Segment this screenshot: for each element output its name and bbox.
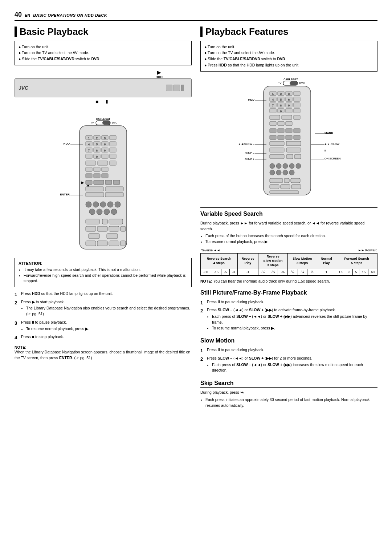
svg-rect-118 [294,103,300,107]
svg-rect-35 [110,154,116,158]
svg-point-56 [93,202,99,207]
speed-val-16: 15 [359,269,368,276]
svg-rect-142 [270,154,284,159]
svg-rect-104 [294,91,300,96]
svg-rect-42 [86,174,92,178]
svg-rect-30 [110,148,116,152]
device-body: JVC [15,78,192,97]
svg-point-151 [276,170,281,175]
left-column: Basic Playback ● Turn on the unit. ● Tur… [15,27,192,413]
svg-rect-124 [270,115,280,119]
svg-rect-81 [290,81,298,85]
svg-rect-111 [294,97,300,101]
attention-item-2: Forward/reverse high-speed search and ot… [24,273,188,284]
svg-text:MARK: MARK [324,131,333,135]
slow-step-1: 1 Press II to pause during playback. [200,347,377,355]
slow-step-2-bullets: Each press of SLOW – (◄◄) or SLOW + (▶▶)… [212,362,377,374]
right-prereq-box: ● Turn on the unit. ● Turn on the TV and… [200,41,377,72]
speed-val-5: -1 [237,269,258,276]
svg-rect-39 [86,167,92,171]
svg-rect-141 [286,148,301,152]
speed-val-14: 3 [346,269,352,276]
svg-rect-138 [270,141,284,146]
speed-val-4: -3 [229,269,237,276]
speed-val-17: 60 [368,269,377,276]
speed-val-11: ½ [307,269,317,276]
attention-list: It may take a few seconds to start playb… [19,267,188,284]
svg-rect-156 [291,178,300,183]
svg-text:4: 4 [88,143,90,146]
svg-text:3: 3 [104,137,106,139]
svg-rect-75 [109,241,119,246]
svg-rect-41 [102,167,108,171]
svg-text:DVD: DVD [299,82,305,84]
svg-rect-53 [86,193,104,197]
svg-text:6: 6 [104,143,106,146]
still-step-2-body: Press SLOW – (◄◄) or SLOW + (▶▶) to acti… [207,307,377,332]
svg-rect-133 [294,129,300,133]
svg-rect-132 [286,129,292,133]
svg-rect-46 [94,180,104,185]
left-remote-diagram: CABLE/SAT TV DVD HDD ENTER [15,116,192,254]
step-3-body: Press II to pause playback. To resume no… [21,320,192,333]
svg-rect-44 [102,174,108,178]
prereq-item-3: ● Slide the TV/CABLE/SAT/DVD switch to D… [19,56,188,62]
svg-rect-76 [121,241,126,246]
speed-values-row: -60 -15 -5 -3 -1 -½ -¼ -⅛ ⅙ ¼ ½ 1 1.5 3 [201,269,377,276]
svg-rect-38 [110,161,116,165]
still-bullet-1: Each press of SLOW – (◄◄) or SLOW + (▶▶)… [212,314,377,325]
page-header: 40 EN BASIC OPERATIONS ON HDD DECK [15,11,377,21]
col-reverse-play: ReversePlay [237,254,258,269]
svg-point-150 [270,170,275,175]
svg-rect-74 [97,241,107,246]
svg-rect-34 [102,154,108,158]
still-picture-section: Still Picture/Frame-By-Frame Playback 1 … [200,289,377,333]
section-title-header: BASIC OPERATIONS ON HDD DECK [33,13,107,17]
right-prereq-4: ● Press HDD so that the HDD lamp lights … [204,62,373,68]
step-2: 2 Press ▶ to start playback. The Library… [15,299,192,319]
skip-search-title: Skip Search [200,380,377,388]
svg-rect-73 [86,241,96,246]
still-step-1: 1 Press II to pause during playback. [200,299,377,307]
page-number: 40 [15,11,22,19]
slow-step-2-body: Press SLOW – (◄◄) or SLOW + (▶▶) for 2 o… [207,356,377,375]
svg-text:2: 2 [96,137,98,139]
svg-point-149 [296,163,301,169]
svg-text:8: 8 [96,149,98,152]
right-remote-diagram: CABLE/SAT TV DVD HDD MARK ◄◄/SLOW – [200,76,377,204]
step-2-num: 2 [15,299,20,319]
svg-point-63 [111,209,117,215]
col-reverse-search: Reverse Search4 steps [201,254,238,269]
svg-point-60 [89,209,95,215]
svg-text:9: 9 [104,149,106,152]
vs-note-text: You can hear the (normal) audio track on… [213,279,330,283]
main-content: Basic Playback ● Turn on the unit. ● Tur… [15,27,377,413]
svg-text:1: 1 [272,93,274,95]
svg-rect-119 [270,109,276,113]
svg-text:II: II [324,149,326,152]
svg-rect-51 [86,187,104,191]
vs-bullet-1: Each press of the button increases the s… [205,233,377,239]
svg-text:JUMP +: JUMP + [245,158,254,161]
svg-text:◄◄/SLOW –: ◄◄/SLOW – [238,142,255,146]
still-bullet-2: To resume normal playback, press ▶. [212,325,377,331]
svg-point-147 [283,163,288,169]
svg-text:►► /SLOW +: ►► /SLOW + [324,142,342,146]
svg-rect-72 [107,234,118,239]
speed-val-12: 1 [317,269,336,276]
svg-point-55 [86,202,91,207]
svg-text:DVD: DVD [112,121,118,124]
svg-rect-16 [110,135,116,140]
speed-val-9: ⅙ [287,269,298,276]
svg-text:HDD: HDD [248,98,255,101]
hdd-arrow-symbol: ▶ [157,70,161,75]
svg-text:8: 8 [280,104,282,107]
svg-text:TV: TV [91,121,94,124]
svg-rect-160 [270,191,299,194]
step-1: 1 Press HDD so that the HDD lamp lights … [15,291,192,298]
svg-rect-68 [97,226,107,231]
still-picture-title: Still Picture/Frame-By-Frame Playback [200,289,377,297]
right-section-title: Playback Features [200,27,377,37]
device-controls [166,85,184,91]
svg-rect-144 [294,154,301,159]
